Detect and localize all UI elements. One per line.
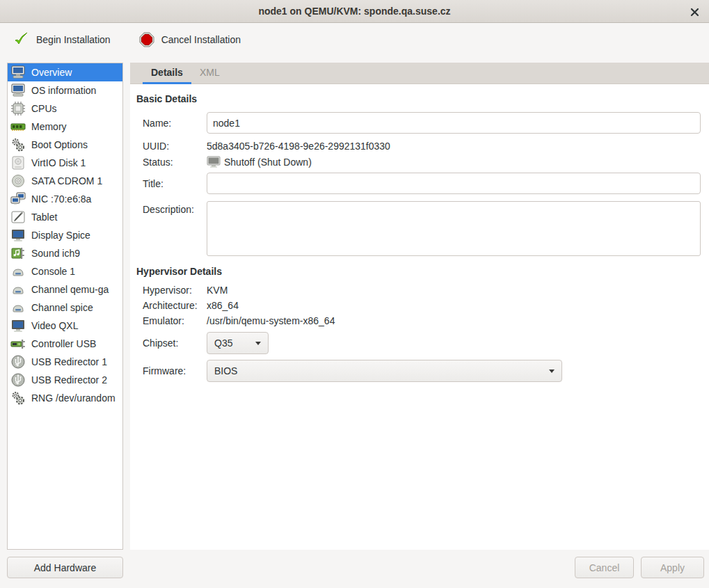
usb-icon [10, 372, 26, 388]
details-panel: Basic Details Name: UUID: 5d8a3405-b726-… [130, 84, 709, 550]
name-label: Name: [143, 118, 207, 129]
sidebar-item-label: USB Redirector 1 [31, 356, 107, 367]
sidebar-item-rng[interactable]: RNG /dev/urandom [8, 389, 122, 407]
details-pane: Details XML Basic Details Name: UUID: 5d… [130, 63, 709, 550]
title-row: Title: [143, 173, 701, 194]
apply-button[interactable]: Apply [641, 557, 704, 578]
sidebar-item-tablet[interactable]: Tablet [8, 208, 122, 226]
begin-installation-label: Begin Installation [36, 34, 111, 45]
cpu-icon [10, 101, 26, 116]
sidebar-item-label: VirtIO Disk 1 [31, 157, 86, 168]
description-label: Description: [143, 201, 207, 215]
sidebar: Overview OS information CPUs Memory Boot [7, 63, 123, 550]
chevron-down-icon [255, 342, 261, 345]
firmware-value: BIOS [214, 365, 237, 376]
memory-icon [10, 119, 26, 134]
hypervisor-row: Hypervisor: KVM [143, 285, 701, 296]
description-row: Description: [143, 201, 701, 256]
description-input[interactable] [207, 201, 701, 256]
architecture-row: Architecture: x86_64 [143, 300, 701, 311]
sidebar-item-label: Overview [31, 67, 72, 78]
architecture-value: x86_64 [207, 300, 239, 311]
sidebar-item-virtio-disk-1[interactable]: VirtIO Disk 1 [8, 154, 122, 172]
sidebar-item-channel-qemu-ga[interactable]: Channel qemu-ga [8, 280, 122, 299]
hypervisor-label: Hypervisor: [143, 285, 207, 296]
sidebar-item-usb-redirector-2[interactable]: USB Redirector 2 [8, 371, 122, 389]
cancel-installation-label: Cancel Installation [161, 34, 241, 45]
name-input[interactable] [207, 112, 701, 134]
channel-icon [10, 282, 26, 297]
sidebar-item-usb-redirector-1[interactable]: USB Redirector 1 [8, 353, 122, 371]
sidebar-item-channel-spice[interactable]: Channel spice [8, 299, 122, 317]
hypervisor-value: KVM [207, 285, 228, 296]
begin-installation-button[interactable]: Begin Installation [8, 28, 115, 51]
hardware-list: Overview OS information CPUs Memory Boot [7, 63, 123, 550]
title-label: Title: [143, 178, 207, 189]
sidebar-item-overview[interactable]: Overview [8, 63, 122, 81]
chipset-value: Q35 [214, 337, 232, 349]
computer-icon [10, 65, 26, 80]
vm-details-window: node1 on QEMU/KVM: sponde.qa.suse.cz Beg… [0, 0, 709, 588]
sidebar-item-label: NIC :70:e6:8a [31, 193, 91, 205]
sidebar-item-memory[interactable]: Memory [8, 118, 122, 136]
checkmark-icon [13, 31, 30, 48]
emulator-row: Emulator: /usr/bin/qemu-system-x86_64 [143, 315, 701, 326]
sidebar-item-video-qxl[interactable]: Video QXL [8, 317, 122, 335]
sidebar-item-label: Tablet [31, 212, 57, 223]
sidebar-item-label: Video QXL [31, 320, 78, 331]
status-label: Status: [143, 157, 207, 168]
name-row: Name: [143, 112, 701, 134]
firmware-dropdown[interactable]: BIOS [207, 360, 562, 382]
hypervisor-details-heading: Hypervisor Details [136, 266, 701, 277]
disk-icon [10, 155, 26, 170]
sidebar-item-console-1[interactable]: Console 1 [8, 262, 122, 280]
shutoff-monitor-icon [207, 156, 221, 168]
sidebar-item-sound-ich9[interactable]: Sound ich9 [8, 244, 122, 262]
sidebar-item-label: CPUs [31, 103, 57, 114]
toolbar: Begin Installation Cancel Installation [0, 23, 709, 56]
sidebar-item-label: RNG /dev/urandom [31, 392, 115, 404]
sidebar-item-controller-usb[interactable]: Controller USB [8, 335, 122, 353]
firmware-row: Firmware: BIOS [143, 360, 701, 382]
stop-icon [138, 31, 155, 48]
sidebar-item-label: Sound ich9 [31, 248, 80, 259]
chevron-down-icon [549, 370, 555, 373]
status-row: Status: Shutoff (Shut Down) [143, 156, 701, 168]
uuid-label: UUID: [143, 141, 207, 152]
sidebar-item-label: Channel spice [31, 302, 93, 313]
sidebar-item-label: Channel qemu-ga [31, 284, 109, 295]
cancel-button[interactable]: Cancel [575, 557, 634, 578]
sidebar-item-cpus[interactable]: CPUs [8, 100, 122, 118]
computer-icon [10, 83, 26, 98]
network-icon [10, 191, 26, 207]
chipset-row: Chipset: Q35 [143, 332, 701, 354]
tablet-icon [10, 209, 26, 225]
close-icon [690, 8, 699, 17]
console-icon [10, 264, 26, 279]
uuid-value: 5d8a3405-b726-4198-9e26-2992131f0330 [207, 141, 390, 152]
emulator-value: /usr/bin/qemu-system-x86_64 [207, 315, 335, 326]
sidebar-item-sata-cdrom-1[interactable]: SATA CDROM 1 [8, 172, 122, 190]
sidebar-item-label: USB Redirector 2 [31, 374, 107, 386]
sidebar-item-nic[interactable]: NIC :70:e6:8a [8, 190, 122, 208]
titlebar: node1 on QEMU/KVM: sponde.qa.suse.cz [0, 0, 709, 23]
tab-xml[interactable]: XML [191, 63, 228, 84]
cancel-installation-button[interactable]: Cancel Installation [134, 29, 245, 51]
bottom-action-bar: Add Hardware Cancel Apply [0, 550, 709, 588]
title-input[interactable] [207, 173, 701, 194]
usb-icon [10, 354, 26, 370]
add-hardware-button[interactable]: Add Hardware [7, 557, 123, 578]
close-button[interactable] [685, 3, 703, 21]
tab-details[interactable]: Details [143, 63, 191, 84]
sidebar-item-label: Controller USB [31, 338, 96, 349]
sidebar-item-label: Display Spice [31, 230, 90, 241]
chipset-dropdown[interactable]: Q35 [207, 332, 269, 354]
sidebar-item-os-information[interactable]: OS information [8, 81, 122, 100]
sidebar-item-boot-options[interactable]: Boot Options [8, 136, 122, 154]
sidebar-item-display-spice[interactable]: Display Spice [8, 226, 122, 244]
channel-icon [10, 300, 26, 315]
soundcard-icon [10, 246, 26, 261]
controller-icon [10, 336, 26, 351]
display-icon [10, 228, 26, 243]
sidebar-item-label: Console 1 [31, 266, 75, 277]
